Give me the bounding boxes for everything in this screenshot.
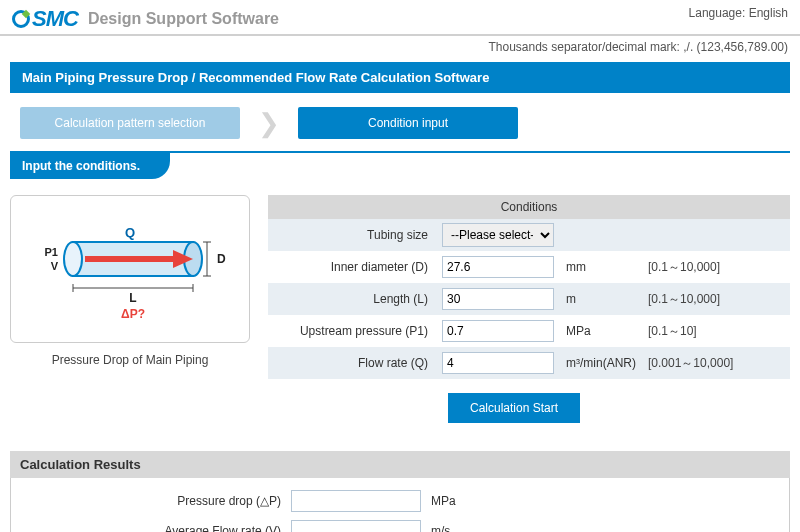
label-tubing-size: Tubing size [268,228,438,242]
conditions-header: Conditions [268,195,790,219]
pressure-drop-output [291,490,421,512]
range-inner-diameter: [0.1～10,000] [648,259,790,276]
tubing-size-select[interactable]: --Please select-- [442,223,554,247]
instruction-bar: Input the conditions. [10,151,790,179]
row-pressure-drop: Pressure drop (△P) MPa [11,486,789,516]
main-content: Q P1 V D L ΔP? Pressure Drop of Main Pip… [0,179,800,433]
results-header: Calculation Results [10,451,790,478]
label-flow-rate: Flow rate (Q) [268,356,438,370]
range-length: [0.1～10,000] [648,291,790,308]
brand-group: SMC Design Support Software [12,6,279,32]
d-label: D [217,252,226,266]
unit-pressure-drop: MPa [421,494,501,508]
v-label: V [51,260,59,272]
label-length: Length (L) [268,292,438,306]
instruction-text: Input the conditions. [10,153,170,179]
diagram-caption: Pressure Drop of Main Piping [10,353,250,367]
length-input[interactable] [442,288,554,310]
row-upstream-pressure: Upstream pressure (P1) MPa [0.1～10] [268,315,790,347]
inner-diameter-input[interactable] [442,256,554,278]
piping-diagram: Q P1 V D L ΔP? [10,195,250,343]
label-avg-flow-rate: Average Flow rate (V) [11,524,291,532]
page-title: Main Piping Pressure Drop / Recommended … [10,62,790,93]
calculation-results: Calculation Results Pressure drop (△P) M… [10,451,790,532]
upstream-pressure-input[interactable] [442,320,554,342]
brand-logo: SMC [12,6,78,32]
row-length: Length (L) m [0.1～10,000] [268,283,790,315]
unit-inner-diameter: mm [558,260,648,274]
language-label: Language: [689,6,746,20]
row-avg-flow-rate: Average Flow rate (V) m/s [11,516,789,532]
svg-point-1 [64,242,82,276]
unit-avg-flow-rate: m/s [421,524,501,532]
diagram-column: Q P1 V D L ΔP? Pressure Drop of Main Pip… [10,195,250,423]
q-label: Q [125,225,135,240]
brand-icon [12,10,30,28]
unit-length: m [558,292,648,306]
conditions-form: Conditions Tubing size --Please select--… [268,195,790,423]
avg-flow-rate-output [291,520,421,532]
step-condition-input[interactable]: Condition input [298,107,518,139]
range-upstream-pressure: [0.1～10] [648,323,790,340]
app-subtitle: Design Support Software [88,10,279,28]
unit-flow-rate: m³/min(ANR) [558,356,648,370]
separator-note: Thousands separator/decimal mark: ,/. (1… [0,36,800,58]
label-pressure-drop: Pressure drop (△P) [11,494,291,508]
l-label: L [129,291,136,305]
step-pattern-selection[interactable]: Calculation pattern selection [20,107,240,139]
page-header: SMC Design Support Software Language: En… [0,0,800,36]
language-selector[interactable]: Language: English [689,6,788,20]
row-inner-diameter: Inner diameter (D) mm [0.1～10,000] [268,251,790,283]
calculation-start-button[interactable]: Calculation Start [448,393,580,423]
unit-upstream-pressure: MPa [558,324,648,338]
step-indicator: Calculation pattern selection ❯ Conditio… [0,93,800,147]
language-value: English [749,6,788,20]
label-inner-diameter: Inner diameter (D) [268,260,438,274]
range-flow-rate: [0.001～10,000] [648,355,790,372]
row-flow-rate: Flow rate (Q) m³/min(ANR) [0.001～10,000] [268,347,790,379]
dp-label: ΔP? [121,307,145,321]
p1-label: P1 [45,246,58,258]
flow-rate-input[interactable] [442,352,554,374]
brand-text: SMC [32,6,78,32]
row-tubing-size: Tubing size --Please select-- [268,219,790,251]
chevron-right-icon: ❯ [258,110,280,136]
label-upstream-pressure: Upstream pressure (P1) [268,324,438,338]
